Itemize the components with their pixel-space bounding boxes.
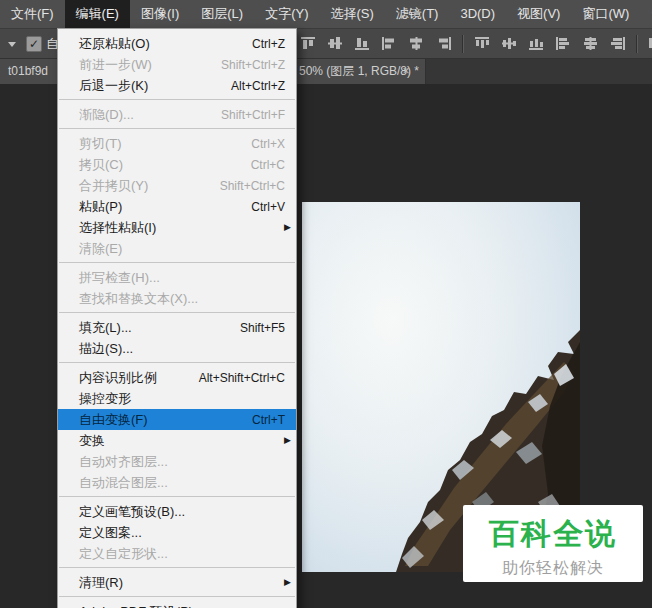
menubar-item[interactable]: 3D(D) — [449, 0, 506, 28]
auto-select-checkbox[interactable]: ✓ — [26, 36, 42, 52]
menubar-item[interactable]: 文件(F) — [0, 0, 65, 28]
alignment-icon-strip — [300, 29, 652, 58]
menu-item-label: 内容识别比例 — [79, 369, 157, 387]
menu-item: 拷贝(C)Ctrl+C — [58, 154, 296, 175]
menu-item-label: 查找和替换文本(X)... — [79, 290, 198, 308]
menu-item[interactable]: 操控变形 — [58, 388, 296, 409]
menu-item[interactable]: 自由变换(F)Ctrl+T — [58, 409, 296, 430]
menu-item: 清除(E) — [58, 238, 296, 259]
submenu-arrow-icon: ▶ — [284, 572, 291, 593]
menu-item-shortcut: Shift+Ctrl+C — [220, 179, 286, 193]
menu-item[interactable]: 描边(S)... — [58, 338, 296, 359]
menu-item: 剪切(T)Ctrl+X — [58, 133, 296, 154]
menubar-item[interactable]: 文字(Y) — [254, 0, 319, 28]
menu-item-label: 定义自定形状... — [79, 545, 168, 563]
menu-item-label: 清理(R) — [79, 574, 123, 592]
watermark-title: 百科全说 — [463, 514, 643, 555]
auto-align-layers-icon[interactable] — [648, 36, 652, 51]
align-vertical-centers-icon[interactable] — [327, 36, 344, 51]
menubar-item[interactable]: 窗口(W) — [571, 0, 640, 28]
menu-item-label: 粘贴(P) — [79, 198, 122, 216]
toolbar-separator — [462, 35, 464, 53]
menu-item-label: 填充(L)... — [79, 319, 132, 337]
menu-item-label: 还原粘贴(O) — [79, 35, 150, 53]
menu-item-label: 拷贝(C) — [79, 156, 123, 174]
menu-item[interactable]: 变换▶ — [58, 430, 296, 451]
menu-item[interactable]: 还原粘贴(O)Ctrl+Z — [58, 33, 296, 54]
submenu-arrow-icon: ▶ — [284, 430, 291, 451]
menu-separator — [59, 312, 295, 313]
menu-item-label: 渐隐(D)... — [79, 106, 134, 124]
align-left-edges-icon[interactable] — [381, 36, 398, 51]
menu-item[interactable]: Adobe PDF 预设(P)... — [58, 601, 296, 608]
menu-item[interactable]: 定义画笔预设(B)... — [58, 501, 296, 522]
menu-separator — [59, 99, 295, 100]
menu-item: 定义自定形状... — [58, 543, 296, 564]
menu-item-label: 自由变换(F) — [79, 411, 148, 429]
menu-item[interactable]: 清理(R)▶ — [58, 572, 296, 593]
photoshop-window: 文件(F)编辑(E)图像(I)图层(L)文字(Y)选择(S)滤镜(T)3D(D)… — [0, 0, 652, 608]
menu-item-label: 选择性粘贴(I) — [79, 219, 156, 237]
menu-item: 前进一步(W)Shift+Ctrl+Z — [58, 54, 296, 75]
menu-item-label: 前进一步(W) — [79, 56, 152, 74]
menu-item-label: 自动对齐图层... — [79, 453, 168, 471]
distribute-horizontal-centers-icon[interactable] — [582, 36, 599, 51]
menu-item-label: 定义图案... — [79, 524, 142, 542]
menubar-item[interactable]: 选择(S) — [319, 0, 384, 28]
menu-item-shortcut: Ctrl+V — [251, 200, 286, 214]
menu-item-label: 描边(S)... — [79, 340, 133, 358]
menu-item-shortcut: Alt+Ctrl+Z — [231, 79, 286, 93]
menu-separator — [59, 262, 295, 263]
menu-item: 拼写检查(H)... — [58, 267, 296, 288]
menu-item: 自动对齐图层... — [58, 451, 296, 472]
menu-item: 渐隐(D)...Shift+Ctrl+F — [58, 104, 296, 125]
menu-item-shortcut: Alt+Shift+Ctrl+C — [199, 371, 286, 385]
menu-item: 合并拷贝(Y)Shift+Ctrl+C — [58, 175, 296, 196]
menu-separator — [59, 596, 295, 597]
align-top-edges-icon[interactable] — [300, 36, 317, 51]
menu-item-shortcut: Ctrl+T — [252, 413, 286, 427]
menu-item-shortcut: Ctrl+Z — [252, 37, 286, 51]
menu-item-label: Adobe PDF 预设(P)... — [79, 604, 204, 608]
menu-item-label: 后退一步(K) — [79, 77, 148, 95]
distribute-top-edges-icon[interactable] — [474, 36, 491, 51]
menu-item-shortcut: Shift+Ctrl+Z — [221, 58, 286, 72]
menu-item-label: 剪切(T) — [79, 135, 122, 153]
menu-item-label: 变换 — [79, 432, 105, 450]
align-bottom-edges-icon[interactable] — [354, 36, 371, 51]
menubar-item[interactable]: 图像(I) — [130, 0, 190, 28]
align-right-edges-icon[interactable] — [435, 36, 452, 51]
menu-item-label: 定义画笔预设(B)... — [79, 503, 185, 521]
menu-item-label: 操控变形 — [79, 390, 131, 408]
menu-item: 自动混合图层... — [58, 472, 296, 493]
menu-item[interactable]: 选择性粘贴(I)▶ — [58, 217, 296, 238]
menu-item[interactable]: 内容识别比例Alt+Shift+Ctrl+C — [58, 367, 296, 388]
menubar-item[interactable]: 图层(L) — [190, 0, 254, 28]
distribute-right-edges-icon[interactable] — [609, 36, 626, 51]
menu-item[interactable]: 填充(L)...Shift+F5 — [58, 317, 296, 338]
menu-separator — [59, 362, 295, 363]
menubar-item[interactable]: 帮助(H) — [640, 0, 652, 28]
menu-item-shortcut: Ctrl+X — [251, 137, 286, 151]
watermark-subtitle: 助你轻松解决 — [463, 558, 643, 579]
menubar-item[interactable]: 滤镜(T) — [385, 0, 450, 28]
menu-separator — [59, 496, 295, 497]
menu-item[interactable]: 后退一步(K)Alt+Ctrl+Z — [58, 75, 296, 96]
menu-item-label: 合并拷贝(Y) — [79, 177, 148, 195]
distribute-bottom-edges-icon[interactable] — [528, 36, 545, 51]
menu-item-label: 自动混合图层... — [79, 474, 168, 492]
align-horizontal-centers-icon[interactable] — [408, 36, 425, 51]
menu-item[interactable]: 粘贴(P)Ctrl+V — [58, 196, 296, 217]
menu-item-label: 清除(E) — [79, 240, 122, 258]
menubar-item[interactable]: 编辑(E) — [65, 0, 130, 28]
menu-item-label: 拼写检查(H)... — [79, 269, 160, 287]
menubar: 文件(F)编辑(E)图像(I)图层(L)文字(Y)选择(S)滤镜(T)3D(D)… — [0, 0, 652, 29]
distribute-left-edges-icon[interactable] — [555, 36, 572, 51]
menu-item[interactable]: 定义图案... — [58, 522, 296, 543]
distribute-vertical-centers-icon[interactable] — [501, 36, 518, 51]
tool-preset-dropdown-icon[interactable] — [8, 42, 16, 47]
menubar-item[interactable]: 视图(V) — [506, 0, 571, 28]
menu-separator — [59, 128, 295, 129]
tab-close-icon[interactable]: × — [398, 58, 414, 84]
watermark-card: 百科全说 助你轻松解决 — [463, 505, 643, 582]
